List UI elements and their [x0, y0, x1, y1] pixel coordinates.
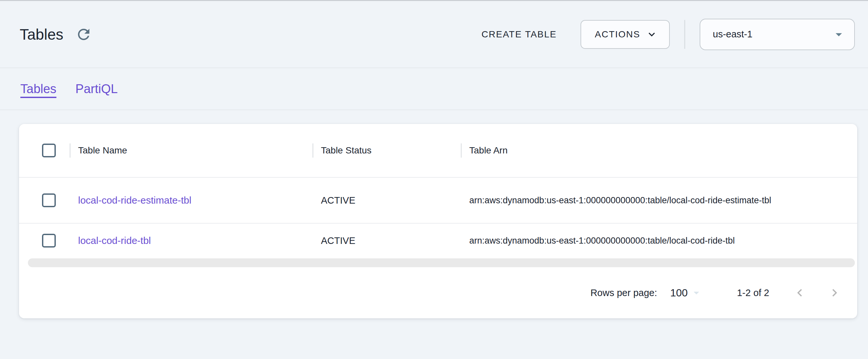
tabs-bar: Tables PartiQL [0, 68, 868, 110]
table-name-cell: local-cod-ride-tbl [70, 235, 313, 246]
table-arn-cell: arn:aws:dynamodb:us-east-1:000000000000:… [461, 195, 857, 205]
next-page-button[interactable] [827, 285, 842, 300]
table-status-cell: ACTIVE [313, 195, 461, 206]
table-header-row: Table Name Table Status Table Arn [19, 124, 857, 177]
table-name-link[interactable]: local-cod-ride-estimate-tbl [78, 195, 191, 205]
content-area: Table Name Table Status Table Arn local-… [0, 110, 868, 318]
actions-button[interactable]: ACTIONS [581, 20, 670, 49]
column-header-table-arn: Table Arn [461, 145, 857, 156]
page-title: Tables [20, 26, 63, 43]
rows-per-page-label: Rows per page: [590, 288, 657, 298]
refresh-button[interactable] [74, 25, 93, 43]
page: Tables CREATE TABLE ACTIONS us-east-1 Ta… [0, 0, 868, 359]
refresh-icon [75, 26, 92, 43]
region-select[interactable]: us-east-1 [700, 19, 855, 50]
create-table-button[interactable]: CREATE TABLE [478, 23, 560, 45]
row-checkbox[interactable] [42, 234, 56, 248]
row-checkbox-cell [19, 193, 70, 207]
select-all-checkbox[interactable] [42, 143, 56, 157]
previous-page-button[interactable] [792, 285, 807, 300]
column-header-table-status: Table Status [313, 145, 461, 156]
row-checkbox[interactable] [42, 193, 56, 207]
select-all-cell [19, 143, 70, 157]
table-name-cell: local-cod-ride-estimate-tbl [70, 195, 313, 206]
dropdown-arrow-icon [690, 286, 703, 299]
tables-card: Table Name Table Status Table Arn local-… [19, 124, 857, 318]
rows-per-page-select[interactable]: 100 [670, 286, 703, 299]
vertical-divider [684, 20, 685, 49]
rows-per-page-value: 100 [670, 287, 687, 299]
region-select-value: us-east-1 [713, 29, 752, 40]
dropdown-arrow-icon [831, 27, 846, 42]
tab-partiql[interactable]: PartiQL [75, 82, 118, 96]
table-arn-cell: arn:aws:dynamodb:us-east-1:000000000000:… [461, 236, 857, 246]
table-name-link[interactable]: local-cod-ride-tbl [78, 235, 151, 246]
chevron-right-icon [827, 285, 842, 300]
pagination-range-label: 1-2 of 2 [737, 288, 769, 298]
table-row: local-cod-ride-tbl ACTIVE arn:aws:dynamo… [19, 223, 857, 258]
pagination-footer: Rows per page: 100 1-2 of 2 [19, 267, 857, 318]
chevron-left-icon [792, 285, 807, 300]
row-checkbox-cell [19, 234, 70, 248]
horizontal-scrollbar[interactable] [28, 258, 855, 267]
column-header-table-name: Table Name [70, 145, 313, 156]
top-bar: Tables CREATE TABLE ACTIONS us-east-1 [0, 1, 868, 68]
actions-button-label: ACTIONS [595, 29, 640, 40]
table-row: local-cod-ride-estimate-tbl ACTIVE arn:a… [19, 177, 857, 223]
table-status-cell: ACTIVE [313, 235, 461, 246]
tab-tables[interactable]: Tables [20, 82, 57, 96]
chevron-down-icon [646, 28, 658, 41]
